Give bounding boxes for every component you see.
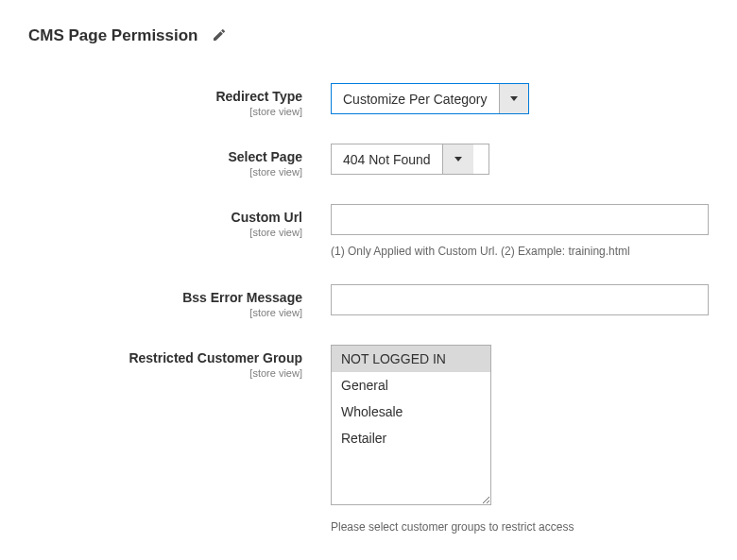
custom-url-input[interactable]	[331, 204, 709, 235]
redirect-type-label: Redirect Type	[28, 89, 302, 104]
field-custom-url: Custom Url [store view] (1) Only Applied…	[28, 204, 709, 258]
edit-icon[interactable]	[212, 27, 227, 45]
label-col: Redirect Type [store view]	[28, 83, 331, 117]
restricted-group-multiselect[interactable]: NOT LOGGED INGeneralWholesaleRetailer	[331, 345, 491, 505]
label-col: Select Page [store view]	[28, 144, 331, 178]
scope-label: [store view]	[28, 227, 302, 238]
scope-label: [store view]	[28, 367, 302, 379]
multiselect-option[interactable]: Wholesale	[332, 399, 490, 425]
section-header: CMS Page Permission	[28, 26, 709, 45]
chevron-down-icon	[442, 144, 473, 174]
field-select-page: Select Page [store view] 404 Not Found	[28, 144, 709, 178]
restricted-group-hint: Please select customer groups to restric…	[331, 520, 709, 534]
field-redirect-type: Redirect Type [store view] Customize Per…	[28, 83, 709, 117]
label-col: Custom Url [store view]	[28, 204, 331, 238]
restricted-group-label: Restricted Customer Group	[28, 350, 302, 365]
error-message-label: Bss Error Message	[28, 290, 302, 305]
custom-url-hint: (1) Only Applied with Custom Url. (2) Ex…	[331, 245, 709, 258]
section-title: CMS Page Permission	[28, 26, 198, 45]
redirect-type-select[interactable]: Customize Per Category	[331, 83, 529, 114]
scope-label: [store view]	[28, 106, 302, 117]
custom-url-label: Custom Url	[28, 210, 302, 225]
redirect-type-value: Customize Per Category	[332, 84, 499, 113]
field-error-message: Bss Error Message [store view]	[28, 284, 709, 318]
multiselect-option[interactable]: Retailer	[332, 425, 490, 451]
select-page-label: Select Page	[28, 149, 302, 164]
label-col: Restricted Customer Group [store view]	[28, 345, 331, 379]
scope-label: [store view]	[28, 307, 302, 318]
select-page-value: 404 Not Found	[332, 144, 442, 174]
field-restricted-group: Restricted Customer Group [store view] N…	[28, 345, 709, 534]
chevron-down-icon	[499, 84, 528, 113]
select-page-select[interactable]: 404 Not Found	[331, 144, 489, 175]
scope-label: [store view]	[28, 166, 302, 178]
multiselect-option[interactable]: General	[332, 372, 490, 399]
error-message-input[interactable]	[331, 284, 709, 315]
multiselect-option[interactable]: NOT LOGGED IN	[332, 346, 490, 372]
label-col: Bss Error Message [store view]	[28, 284, 331, 318]
